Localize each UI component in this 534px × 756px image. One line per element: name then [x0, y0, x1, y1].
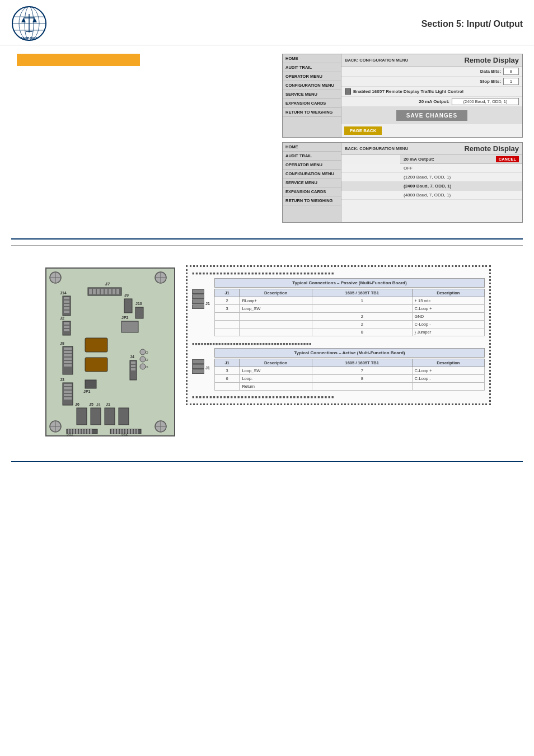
- ui-header-1: BACK: CONFIGURATION MENU Remote Display: [341, 54, 522, 67]
- svg-rect-58: [64, 361, 72, 363]
- svg-rect-97: [76, 429, 78, 434]
- active-col-tb1: 1605 / 1605T TB1: [312, 359, 412, 367]
- svg-rect-67: [131, 365, 135, 367]
- svg-rect-50: [121, 321, 138, 332]
- passive-row-1: 2 RLoop+ 1 + 15 vdc: [214, 297, 484, 305]
- svg-rect-79: [64, 391, 72, 393]
- svg-text:J7: J7: [105, 281, 110, 287]
- dropdown-option-2400[interactable]: (2400 Baud, 7, ODD, 1): [341, 182, 522, 191]
- dropdown-option-1200[interactable]: (1200 Baud, 7, ODD, 1): [341, 173, 522, 182]
- sidebar-item-service-1[interactable]: SERVICE MENU: [283, 90, 341, 99]
- page-header: FAIRBANKS Section 5: Input/ Output: [0, 0, 534, 45]
- svg-text:J6: J6: [75, 402, 79, 406]
- svg-rect-111: [134, 429, 135, 434]
- sidebar-item-return-1[interactable]: RETURN TO WEIGHING: [283, 108, 341, 117]
- passive-table: Typical Connections – Passive (Multi-Fun…: [214, 278, 485, 336]
- svg-rect-96: [73, 429, 75, 434]
- svg-rect-55: [64, 351, 72, 353]
- svg-text:J10: J10: [135, 302, 142, 306]
- svg-rect-59: [64, 364, 72, 367]
- data-bits-label: Data Bits:: [345, 69, 503, 74]
- svg-text:J1: J1: [106, 402, 110, 406]
- dropdown-option-off[interactable]: OFF: [341, 164, 522, 173]
- data-bits-value[interactable]: 8: [503, 68, 519, 75]
- diagram-section: J7 J14 J2: [0, 251, 534, 453]
- output-label: 20 mA Output:: [345, 99, 452, 104]
- svg-rect-103: [111, 429, 113, 434]
- svg-rect-99: [82, 429, 83, 434]
- stop-bits-value[interactable]: 1: [503, 78, 519, 85]
- svg-rect-28: [97, 289, 100, 294]
- sidebar-item-audit-2[interactable]: AUDIT TRAIL: [283, 152, 341, 161]
- svg-rect-44: [64, 326, 69, 328]
- svg-rect-46: [124, 299, 132, 313]
- pcb-svg: J7 J14 J2: [43, 265, 177, 439]
- passive-row-3: 2 GND: [214, 313, 484, 321]
- svg-rect-106: [120, 429, 121, 434]
- connection-diagrams: ■■■■■■■■■■■■■■■■■■■■■■■■■■■■■■■■■■■■■■■■…: [186, 265, 491, 405]
- sidebar-item-config-2[interactable]: CONFIGURATION MENU: [283, 170, 341, 179]
- svg-rect-60: [85, 338, 107, 352]
- svg-text:J12: J12: [121, 432, 128, 436]
- cancel-button[interactable]: CANCEL: [496, 156, 519, 162]
- passive-col-desc1: Description: [240, 289, 312, 297]
- checkbox-row[interactable]: Enabled 1605T Remote Display Traffic Lig…: [341, 87, 522, 97]
- sidebar-item-expansion-1[interactable]: EXPANSION CARDS: [283, 99, 341, 108]
- svg-text:FAIRBANKS: FAIRBANKS: [21, 36, 38, 40]
- enabled-checkbox[interactable]: [345, 88, 351, 95]
- diagram-container: J7 J14 J2: [43, 265, 491, 439]
- fairbanks-logo: FAIRBANKS: [11, 6, 48, 42]
- ui-box-inner-1: HOME AUDIT TRAIL OPERATOR MENU CONFIGURA…: [283, 54, 522, 137]
- remote-display-label-1: Remote Display: [464, 56, 519, 64]
- passive-col-j1: J1: [214, 289, 240, 297]
- back-label-1: BACK: CONFIGURATION MENU: [345, 58, 408, 63]
- sidebar-item-service-2[interactable]: SERVICE MENU: [283, 179, 341, 187]
- save-changes-button[interactable]: SAVE CHANGES: [396, 110, 467, 121]
- svg-rect-87: [105, 408, 115, 425]
- svg-point-71: [140, 364, 146, 369]
- svg-text:O: O: [146, 351, 148, 354]
- svg-text:J14: J14: [60, 291, 67, 295]
- page-back-button[interactable]: PAGE BACK: [344, 126, 382, 135]
- svg-rect-81: [64, 397, 72, 400]
- remote-display-label-2: Remote Display: [464, 144, 519, 153]
- svg-rect-61: [85, 358, 107, 372]
- sidebar-item-operator-2[interactable]: OPERATOR MENU: [283, 161, 341, 170]
- sidebar-item-audit-1[interactable]: AUDIT TRAIL: [283, 63, 341, 72]
- sidebar-item-config-1[interactable]: CONFIGURATION MENU: [283, 81, 341, 90]
- svg-rect-48: [135, 307, 143, 318]
- svg-text:J5: J5: [89, 402, 93, 406]
- output-row: 20 mA Output: (2400 Baud, 7, ODD, 1): [341, 97, 522, 107]
- svg-rect-98: [79, 429, 81, 434]
- svg-rect-77: [64, 384, 72, 386]
- logo-area: FAIRBANKS: [11, 6, 48, 42]
- sidebar-item-home-2[interactable]: HOME: [283, 143, 341, 152]
- sidebar-item-expansion-2[interactable]: EXPANSION CARDS: [283, 187, 341, 196]
- sidebar-item-home-1[interactable]: HOME: [283, 54, 341, 63]
- svg-rect-31: [109, 289, 111, 294]
- svg-text:J1: J1: [96, 403, 101, 407]
- dropdown-header: 20 mA Output: CANCEL: [400, 155, 522, 164]
- svg-rect-105: [117, 429, 119, 434]
- svg-rect-27: [93, 289, 96, 294]
- pcb-diagram: J7 J14 J2: [43, 265, 177, 439]
- dropdown-option-4800[interactable]: (4800 Baud, 7, ODD, 1): [341, 191, 522, 200]
- stop-bits-label: Stop Bits:: [345, 79, 503, 84]
- active-row-2: 6 Loop- 8 C-Loop -: [214, 375, 484, 383]
- ui-sidebar-2: HOME AUDIT TRAIL OPERATOR MENU CONFIGURA…: [283, 143, 341, 222]
- j1-connector-passive: J1: [192, 278, 210, 309]
- sidebar-item-operator-1[interactable]: OPERATOR MENU: [283, 72, 341, 81]
- sidebar-item-return-2[interactable]: RETURN TO WEIGHING: [283, 196, 341, 205]
- output-value[interactable]: (2400 Baud, 7, ODD, 1): [452, 98, 519, 105]
- ui-sidebar-1: HOME AUDIT TRAIL OPERATOR MENU CONFIGURA…: [283, 54, 341, 137]
- svg-rect-102: [90, 429, 92, 434]
- svg-rect-26: [89, 289, 92, 294]
- svg-rect-38: [64, 304, 69, 306]
- svg-rect-30: [105, 289, 107, 294]
- svg-rect-54: [64, 348, 72, 350]
- ui-header-2: BACK: CONFIGURATION MENU Remote Display: [341, 143, 522, 155]
- ui-main-2: BACK: CONFIGURATION MENU Remote Display …: [341, 143, 522, 222]
- data-bits-row: Data Bits: 8: [341, 67, 522, 77]
- svg-text:J3: J3: [60, 378, 64, 382]
- svg-rect-45: [64, 329, 69, 331]
